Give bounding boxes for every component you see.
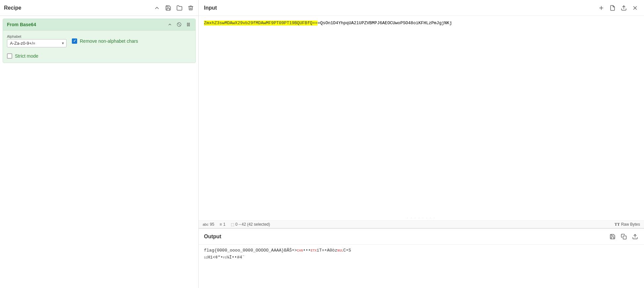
- plus-icon: [598, 5, 604, 11]
- lines-count: 1: [223, 222, 225, 227]
- input-header: Input: [199, 0, 644, 16]
- highlighted-portion: ZmxhZ3swMDAwX29vb29fMDAwMF9PT09PT19BQUFB…: [204, 21, 318, 26]
- recipe-title: Recipe: [4, 5, 153, 11]
- output-header: Output: [199, 229, 644, 245]
- alphabet-select-wrapper: Alphabet A-Za-z0-9+/= ▼: [7, 34, 67, 47]
- right-panel: Input ZmxhZ3swMDAwX29vb29fMDAwMF9PT09PT1…: [199, 0, 644, 288]
- input-new-file-button[interactable]: [609, 4, 616, 12]
- output-export-button[interactable]: [631, 233, 639, 240]
- alphabet-label: Alphabet: [7, 34, 67, 38]
- output-line-1: flag{0000_oooo_0000_OOOOO_AAAA}BÃŠ•>CAN•…: [204, 247, 639, 254]
- copy-icon: [621, 234, 627, 240]
- dots1: •••: [303, 247, 311, 254]
- left-panel: Recipe From Base64: [0, 0, 199, 288]
- divider: · · · · · · · ·: [199, 215, 644, 220]
- export-icon: [621, 5, 627, 11]
- si-label: SI: [204, 256, 208, 260]
- output-save-button[interactable]: [609, 233, 616, 240]
- status-chars: abc 95: [203, 222, 214, 227]
- close-icon: [632, 5, 638, 11]
- save-icon: [610, 234, 616, 240]
- selection-range: 0→42 (42 selected): [235, 222, 270, 227]
- operation-collapse-button[interactable]: [167, 22, 173, 28]
- status-selection: ⬚ 0→42 (42 selected): [231, 222, 270, 227]
- pause-icon: [186, 22, 191, 27]
- raw-bytes-label: Raw Bytes: [621, 222, 640, 227]
- chevron-up-icon: [168, 22, 172, 27]
- svg-rect-9: [623, 236, 626, 239]
- alphabet-row: Alphabet A-Za-z0-9+/= ▼ Remove non-alpha…: [7, 34, 191, 47]
- it-text: iT=•A0òz: [317, 247, 337, 254]
- strict-mode-label: Strict mode: [15, 53, 38, 59]
- recipe-open-button[interactable]: [176, 4, 183, 12]
- svg-rect-3: [189, 23, 189, 26]
- svg-rect-2: [187, 23, 188, 26]
- etx-label: ETX: [311, 248, 317, 254]
- operation-body: Alphabet A-Za-z0-9+/= ▼ Remove non-alpha…: [3, 30, 195, 63]
- line2-text: Hî<¢"•: [208, 254, 223, 261]
- input-header-icons: [598, 4, 639, 12]
- output-copy-button[interactable]: [620, 233, 627, 240]
- strict-mode-row: Strict mode: [7, 53, 191, 59]
- input-content[interactable]: ZmxhZ3swMDAwX29vb29fMDAwMF9PT09PT19BQUFB…: [199, 16, 644, 215]
- operation-disable-button[interactable]: [176, 22, 182, 28]
- remove-nonalpha-checkbox[interactable]: [72, 38, 77, 44]
- operation-title: From Base64: [7, 22, 167, 27]
- input-export-button[interactable]: [620, 4, 627, 12]
- remove-nonalpha-row: Remove non-alphabet chars: [72, 38, 138, 44]
- text-icon: 𝐓𝐓: [615, 222, 620, 227]
- selection-icon: ⬚: [231, 222, 234, 227]
- operation-controls: [167, 22, 191, 28]
- export-icon: [632, 234, 638, 240]
- alphabet-select[interactable]: A-Za-z0-9+/=: [7, 39, 67, 47]
- chevron-up-icon: [154, 5, 160, 11]
- recipe-delete-button[interactable]: [187, 4, 194, 12]
- input-add-button[interactable]: [598, 4, 605, 12]
- folder-icon: [176, 5, 182, 11]
- output-content: flag{0000_oooo_0000_OOOOO_AAAA}BÃŠ•>CAN•…: [199, 245, 644, 288]
- fs-label: FS: [223, 256, 227, 260]
- output-header-icons: [609, 233, 639, 240]
- output-section: Output flag{0000_oooo_0000_OOOOO_AAAA}BÃ…: [199, 228, 644, 288]
- file-icon: [610, 5, 616, 11]
- input-rest-text: =QsOn1D4YhpqUA2lUPZVBMPJ6AEOCUwoPSO48oiK…: [318, 21, 452, 26]
- operation-header: From Base64: [3, 19, 195, 30]
- chars-icon: abc: [203, 222, 209, 226]
- input-status-bar: abc 95 ≡ 1 ⬚ 0→42 (42 selected) 𝐓𝐓 Raw B…: [199, 220, 644, 228]
- output-line-2: SIHî<¢"•FS¼Ï••#4¨: [204, 254, 639, 261]
- lines-icon: ≡: [220, 222, 222, 227]
- recipe-header: Recipe: [0, 0, 198, 16]
- recipe-collapse-button[interactable]: [153, 4, 161, 12]
- input-close-button[interactable]: [631, 4, 639, 12]
- cs-text: C•S: [343, 247, 351, 254]
- ban-icon: [177, 22, 181, 27]
- input-highlighted-text: ZmxhZ3swMDAwX29vb29fMDAwMF9PT09PT19BQUFB…: [204, 21, 452, 26]
- operation-pause-button[interactable]: [185, 22, 191, 28]
- can-label: CAN: [297, 248, 303, 254]
- operation-card-from-base64: From Base64 Alphabet A-Za-z0-9+/: [3, 19, 196, 63]
- line2-text2: ¼Ï••#4¨: [226, 254, 245, 261]
- remove-nonalpha-label: Remove non-alphabet chars: [80, 38, 138, 44]
- output-title: Output: [204, 234, 609, 240]
- status-lines: ≡ 1: [220, 222, 225, 227]
- nul-label: NUL: [337, 248, 343, 254]
- input-title: Input: [204, 5, 598, 11]
- flag-text: flag{0000_oooo_0000_OOOOO_AAAA}BÃŠ•>: [204, 247, 297, 254]
- recipe-header-icons: [153, 4, 194, 12]
- chars-count: 95: [210, 222, 214, 227]
- trash-icon: [188, 5, 194, 11]
- save-icon: [165, 5, 171, 11]
- input-section: Input ZmxhZ3swMDAwX29vb29fMDAwMF9PT09PT1…: [199, 0, 644, 228]
- svg-line-1: [178, 23, 180, 26]
- raw-bytes-button[interactable]: 𝐓𝐓 Raw Bytes: [615, 222, 640, 227]
- recipe-save-button[interactable]: [165, 4, 172, 12]
- strict-mode-checkbox[interactable]: [7, 53, 12, 59]
